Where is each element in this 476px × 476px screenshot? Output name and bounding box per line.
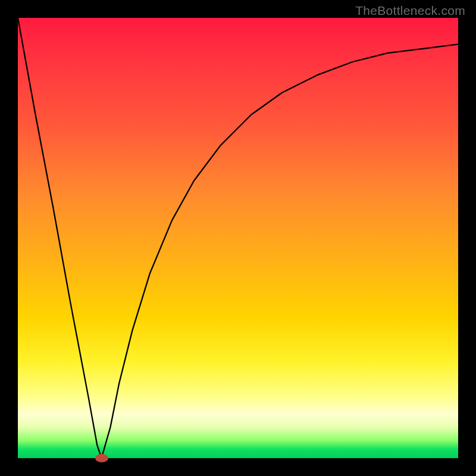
plot-area xyxy=(18,18,458,458)
curve-left-branch xyxy=(18,18,102,458)
watermark-text: TheBottleneck.com xyxy=(355,4,465,18)
curve-svg xyxy=(18,18,458,458)
bottleneck-marker xyxy=(95,454,108,462)
chart-frame: TheBottleneck.com xyxy=(0,0,476,476)
curve-right-branch xyxy=(102,44,458,458)
